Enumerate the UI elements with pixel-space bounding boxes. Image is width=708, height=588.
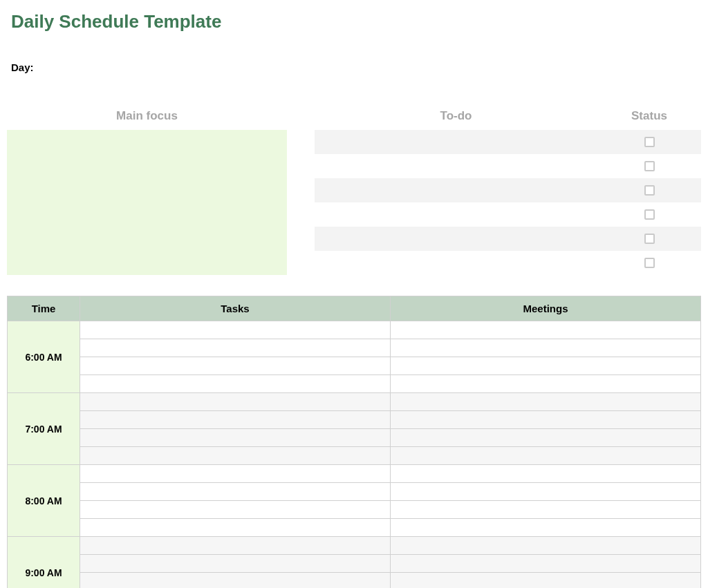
- schedule-row: 8:00 AM: [8, 465, 701, 483]
- schedule-row: [8, 555, 701, 573]
- meeting-cell[interactable]: [391, 447, 701, 465]
- main-focus-header: Main focus: [7, 109, 287, 130]
- meeting-cell[interactable]: [391, 393, 701, 411]
- time-cell: 9:00 AM: [8, 537, 80, 589]
- schedule-row: 6:00 AM: [8, 321, 701, 339]
- meeting-cell[interactable]: [391, 555, 701, 573]
- meeting-cell[interactable]: [391, 519, 701, 537]
- schedule-row: 7:00 AM: [8, 393, 701, 411]
- schedule-table: Time Tasks Meetings 6:00 AM7:00 AM8:00 A…: [7, 296, 701, 588]
- time-cell: 7:00 AM: [8, 393, 80, 465]
- checkbox-icon[interactable]: [644, 234, 655, 244]
- todo-row: [315, 130, 701, 154]
- checkbox-icon[interactable]: [644, 209, 655, 220]
- schedule-row: [8, 501, 701, 519]
- time-cell: 6:00 AM: [8, 321, 80, 393]
- todo-status: [597, 161, 701, 171]
- schedule-row: [8, 375, 701, 393]
- todo-status: [597, 209, 701, 220]
- todo-row: [315, 251, 701, 275]
- meeting-cell[interactable]: [391, 483, 701, 501]
- meeting-cell[interactable]: [391, 501, 701, 519]
- schedule-row: [8, 483, 701, 501]
- task-cell[interactable]: [80, 573, 391, 589]
- meeting-cell[interactable]: [391, 465, 701, 483]
- meetings-header: Meetings: [391, 296, 701, 321]
- meeting-cell[interactable]: [391, 339, 701, 357]
- task-cell[interactable]: [80, 411, 391, 429]
- schedule-row: [8, 447, 701, 465]
- task-cell[interactable]: [80, 465, 391, 483]
- task-cell[interactable]: [80, 483, 391, 501]
- meeting-cell[interactable]: [391, 573, 701, 589]
- todo-row: [315, 202, 701, 227]
- checkbox-icon[interactable]: [644, 161, 655, 171]
- time-header: Time: [8, 296, 80, 321]
- task-cell[interactable]: [80, 501, 391, 519]
- schedule-row: [8, 429, 701, 447]
- task-cell[interactable]: [80, 393, 391, 411]
- meeting-cell[interactable]: [391, 357, 701, 375]
- task-cell[interactable]: [80, 537, 391, 555]
- task-cell[interactable]: [80, 429, 391, 447]
- day-label: Day:: [11, 61, 701, 73]
- task-cell[interactable]: [80, 339, 391, 357]
- top-section: Main focus To-do Status: [7, 109, 701, 275]
- todo-header-row: To-do Status: [315, 109, 701, 123]
- todo-column: To-do Status: [315, 109, 701, 275]
- schedule-row: [8, 339, 701, 357]
- meeting-cell[interactable]: [391, 537, 701, 555]
- checkbox-icon[interactable]: [644, 185, 655, 196]
- meeting-cell[interactable]: [391, 375, 701, 393]
- checkbox-icon[interactable]: [644, 137, 655, 147]
- main-focus-box[interactable]: [7, 130, 287, 275]
- todo-status: [597, 185, 701, 196]
- schedule-row: [8, 357, 701, 375]
- todo-row: [315, 227, 701, 251]
- todo-row: [315, 154, 701, 178]
- meeting-cell[interactable]: [391, 411, 701, 429]
- task-cell[interactable]: [80, 321, 391, 339]
- schedule-row: [8, 411, 701, 429]
- status-header: Status: [597, 109, 701, 123]
- tasks-header: Tasks: [80, 296, 391, 321]
- todo-list: [315, 130, 701, 275]
- task-cell[interactable]: [80, 447, 391, 465]
- task-cell[interactable]: [80, 357, 391, 375]
- todo-header: To-do: [315, 109, 597, 123]
- todo-status: [597, 137, 701, 147]
- todo-row: [315, 178, 701, 202]
- task-cell[interactable]: [80, 555, 391, 573]
- time-cell: 8:00 AM: [8, 465, 80, 537]
- todo-status: [597, 234, 701, 244]
- meeting-cell[interactable]: [391, 429, 701, 447]
- schedule-row: [8, 519, 701, 537]
- schedule-row: [8, 573, 701, 589]
- schedule-row: 9:00 AM: [8, 537, 701, 555]
- checkbox-icon[interactable]: [644, 258, 655, 268]
- page-title: Daily Schedule Template: [11, 11, 701, 32]
- task-cell[interactable]: [80, 375, 391, 393]
- todo-status: [597, 258, 701, 268]
- task-cell[interactable]: [80, 519, 391, 537]
- meeting-cell[interactable]: [391, 321, 701, 339]
- main-focus-column: Main focus: [7, 109, 287, 275]
